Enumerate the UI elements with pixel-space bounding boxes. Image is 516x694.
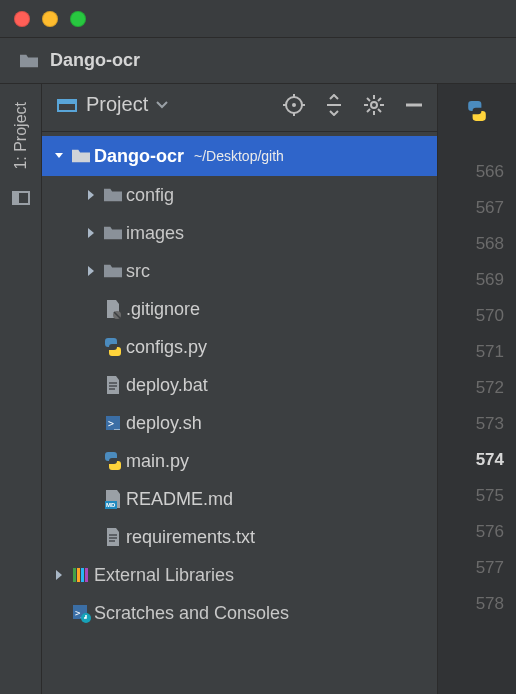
svg-rect-35: [81, 568, 84, 582]
tree-folder[interactable]: src: [42, 252, 437, 290]
line-number[interactable]: 568: [438, 226, 516, 262]
svg-rect-3: [58, 100, 76, 104]
tree-scratches[interactable]: >_ Scratches and Consoles: [42, 594, 437, 632]
project-view-header: Project: [42, 84, 437, 132]
tree-folder[interactable]: config: [42, 176, 437, 214]
close-window-button[interactable]: [14, 11, 30, 27]
tree-root-label: Dango-ocr: [94, 146, 184, 167]
svg-point-5: [292, 103, 296, 107]
tree-external-libraries[interactable]: External Libraries: [42, 556, 437, 594]
line-number[interactable]: 570: [438, 298, 516, 334]
line-number[interactable]: 566: [438, 154, 516, 190]
svg-line-19: [378, 98, 381, 101]
chevron-down-icon[interactable]: [50, 150, 68, 162]
tree-file-label: configs.py: [126, 337, 207, 358]
tree-file-label: README.md: [126, 489, 233, 510]
tree-file-label: requirements.txt: [126, 527, 255, 548]
markdown-file-icon: MD: [100, 489, 126, 509]
svg-rect-1: [13, 192, 19, 204]
python-file-icon: [100, 337, 126, 357]
svg-point-11: [371, 102, 377, 108]
locate-file-icon[interactable]: [283, 94, 305, 116]
tree-root[interactable]: Dango-ocr ~/Desktop/gith: [42, 136, 437, 176]
project-tool-tab[interactable]: 1: Project: [12, 102, 30, 170]
svg-rect-33: [73, 568, 76, 582]
tree-file[interactable]: requirements.txt: [42, 518, 437, 556]
tool-window-bar-left: 1: Project: [0, 84, 42, 694]
line-number[interactable]: 575: [438, 478, 516, 514]
line-number[interactable]: 577: [438, 550, 516, 586]
chevron-right-icon[interactable]: [82, 189, 100, 201]
line-number[interactable]: 569: [438, 262, 516, 298]
text-file-icon: [100, 375, 126, 395]
line-number[interactable]: 576: [438, 514, 516, 550]
tree-file[interactable]: deploy.bat: [42, 366, 437, 404]
tree-folder[interactable]: images: [42, 214, 437, 252]
line-number[interactable]: 571: [438, 334, 516, 370]
tree-extra-label: External Libraries: [94, 565, 234, 586]
zoom-window-button[interactable]: [70, 11, 86, 27]
folder-icon: [100, 262, 126, 280]
tree-folder-label: src: [126, 261, 150, 282]
line-number[interactable]: 573: [438, 406, 516, 442]
hide-icon[interactable]: [403, 94, 425, 116]
svg-text:>_: >_: [108, 418, 121, 430]
python-file-icon: [100, 451, 126, 471]
line-number-current[interactable]: 574: [438, 442, 516, 478]
svg-rect-36: [85, 568, 88, 582]
folder-icon: [100, 186, 126, 204]
window-titlebar: [0, 0, 516, 38]
text-file-icon: [100, 527, 126, 547]
svg-text:MD: MD: [106, 502, 116, 508]
collapse-expand-icon[interactable]: [323, 94, 345, 116]
tree-file[interactable]: main.py: [42, 442, 437, 480]
breadcrumb[interactable]: Dango-ocr: [0, 38, 516, 84]
minimize-window-button[interactable]: [42, 11, 58, 27]
tree-extra-label: Scratches and Consoles: [94, 603, 289, 624]
tree-file[interactable]: >_ deploy.sh: [42, 404, 437, 442]
file-ignore-icon: [100, 299, 126, 319]
tree-file[interactable]: configs.py: [42, 328, 437, 366]
tree-file-label: .gitignore: [126, 299, 200, 320]
chevron-right-icon[interactable]: [82, 265, 100, 277]
tree-file-label: deploy.bat: [126, 375, 208, 396]
editor-gutter: 566 567 568 569 570 571 572 573 574 575 …: [437, 84, 516, 694]
tree-folder-label: images: [126, 223, 184, 244]
line-number[interactable]: 572: [438, 370, 516, 406]
project-tree[interactable]: Dango-ocr ~/Desktop/gith config images: [42, 132, 437, 694]
shell-file-icon: >_: [100, 413, 126, 433]
folder-icon: [68, 147, 94, 165]
line-number[interactable]: 567: [438, 190, 516, 226]
svg-rect-34: [77, 568, 80, 582]
project-module-icon: [56, 94, 78, 116]
tree-file-label: main.py: [126, 451, 189, 472]
scratches-icon: >_: [68, 603, 94, 623]
project-view-title[interactable]: Project: [86, 93, 148, 116]
project-tool-window: Project: [42, 84, 437, 694]
svg-line-18: [367, 109, 370, 112]
chevron-right-icon[interactable]: [50, 569, 68, 581]
tree-folder-label: config: [126, 185, 174, 206]
panel-icon[interactable]: [11, 188, 31, 211]
tree-root-path: ~/Desktop/gith: [194, 148, 284, 164]
folder-icon: [100, 224, 126, 242]
breadcrumb-label: Dango-ocr: [50, 50, 140, 71]
chevron-down-icon[interactable]: [156, 98, 168, 112]
chevron-right-icon[interactable]: [82, 227, 100, 239]
settings-icon[interactable]: [363, 94, 385, 116]
tree-file[interactable]: .gitignore: [42, 290, 437, 328]
svg-line-17: [378, 109, 381, 112]
svg-line-16: [367, 98, 370, 101]
line-number[interactable]: 578: [438, 586, 516, 622]
editor-tab-icon[interactable]: [438, 90, 516, 132]
folder-icon: [18, 50, 40, 72]
libraries-icon: [68, 566, 94, 584]
tree-file[interactable]: MD README.md: [42, 480, 437, 518]
tree-file-label: deploy.sh: [126, 413, 202, 434]
